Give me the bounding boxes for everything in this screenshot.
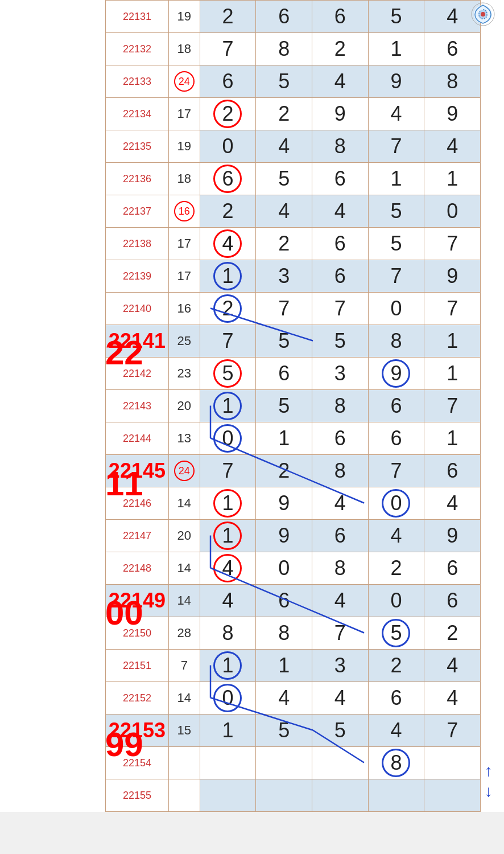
row-sum: 17 xyxy=(168,98,200,130)
table-row: 221491446406 xyxy=(106,585,481,617)
row-id: 22144 xyxy=(106,422,169,455)
row-num-0: 4 xyxy=(200,228,256,260)
table-row: 221371624450 xyxy=(106,195,481,228)
row-num-2: 6 xyxy=(312,228,368,260)
row-num-1: 0 xyxy=(256,552,312,585)
row-num-3: 1 xyxy=(368,33,424,65)
row-num-3: 5 xyxy=(368,617,424,650)
row-num-1: 5 xyxy=(256,715,312,747)
row-num-4: 6 xyxy=(424,33,481,65)
row-num-1: 9 xyxy=(256,487,312,520)
table-row: 221461419404 xyxy=(106,487,481,520)
table-row: 221452472876 xyxy=(106,455,481,487)
row-num-3: 2 xyxy=(368,650,424,682)
row-num-3: 5 xyxy=(368,228,424,260)
row-num-2: 6 xyxy=(312,1,368,33)
row-id: 22153 xyxy=(106,715,169,747)
table-row: 221521404464 xyxy=(106,682,481,715)
row-sum: 15 xyxy=(168,715,200,747)
row-sum: 18 xyxy=(168,163,200,195)
row-id: 22131 xyxy=(106,1,169,33)
row-num-4: 1 xyxy=(424,422,481,455)
logo-icon xyxy=(471,2,495,26)
row-num-0: 6 xyxy=(200,163,256,195)
row-num-0: 1 xyxy=(200,487,256,520)
table-row: 221401627707 xyxy=(106,293,481,325)
row-id: 22141 xyxy=(106,325,169,358)
row-num-4: 7 xyxy=(424,390,481,422)
row-num-0: 2 xyxy=(200,195,256,228)
table-row: 221502888752 xyxy=(106,617,481,650)
bottom-arrows: ↑ ↓ xyxy=(485,762,493,800)
row-num-2: 9 xyxy=(312,98,368,130)
row-num-1: 5 xyxy=(256,65,312,98)
row-sum: 28 xyxy=(168,617,200,650)
row-num-2: 5 xyxy=(312,325,368,358)
row-num-4: 4 xyxy=(424,682,481,715)
row-num-0: 7 xyxy=(200,33,256,65)
table-row: 221422356391 xyxy=(106,358,481,390)
row-num-0: 1 xyxy=(200,260,256,293)
row-num-4 xyxy=(424,747,481,779)
row-id: 22133 xyxy=(106,65,169,98)
row-id: 22145 xyxy=(106,455,169,487)
row-num-0: 5 xyxy=(200,358,256,390)
row-num-2: 8 xyxy=(312,390,368,422)
row-num-2: 8 xyxy=(312,552,368,585)
row-sum: 13 xyxy=(168,422,200,455)
row-num-1: 2 xyxy=(256,98,312,130)
row-id: 22154 xyxy=(106,747,169,779)
row-num-0: 7 xyxy=(200,455,256,487)
table-row: 221361865611 xyxy=(106,163,481,195)
row-num-3: 4 xyxy=(368,520,424,552)
row-num-0: 4 xyxy=(200,552,256,585)
row-sum: 7 xyxy=(168,650,200,682)
row-num-2: 6 xyxy=(312,163,368,195)
row-sum: 20 xyxy=(168,390,200,422)
row-num-1 xyxy=(256,747,312,779)
row-num-2: 3 xyxy=(312,650,368,682)
row-num-1: 5 xyxy=(256,390,312,422)
row-num-4: 9 xyxy=(424,520,481,552)
row-id: 22135 xyxy=(106,130,169,163)
row-sum xyxy=(168,779,200,812)
row-num-1: 8 xyxy=(256,617,312,650)
table-row: 22155 xyxy=(106,779,481,812)
row-id: 22146 xyxy=(106,487,169,520)
row-id: 22134 xyxy=(106,98,169,130)
arrow-down-icon[interactable]: ↓ xyxy=(485,782,493,800)
table-row: 221381742657 xyxy=(106,228,481,260)
row-num-3: 7 xyxy=(368,455,424,487)
row-num-1: 1 xyxy=(256,650,312,682)
table-row: 221351904874 xyxy=(106,130,481,163)
row-num-2: 4 xyxy=(312,195,368,228)
row-sum: 14 xyxy=(168,552,200,585)
row-num-4: 4 xyxy=(424,487,481,520)
row-num-0 xyxy=(200,779,256,812)
row-sum: 14 xyxy=(168,487,200,520)
row-id: 22139 xyxy=(106,260,169,293)
row-num-1: 4 xyxy=(256,130,312,163)
row-sum: 20 xyxy=(168,520,200,552)
row-num-0: 1 xyxy=(200,715,256,747)
row-num-3: 9 xyxy=(368,65,424,98)
row-num-4: 2 xyxy=(424,617,481,650)
row-num-3: 8 xyxy=(368,325,424,358)
row-num-0: 7 xyxy=(200,325,256,358)
row-num-0 xyxy=(200,747,256,779)
arrow-up-icon[interactable]: ↑ xyxy=(485,762,493,780)
row-num-1: 6 xyxy=(256,585,312,617)
row-id: 22143 xyxy=(106,390,169,422)
row-num-0: 1 xyxy=(200,390,256,422)
row-id: 22137 xyxy=(106,195,169,228)
row-sum: 16 xyxy=(168,195,200,228)
row-num-0: 0 xyxy=(200,682,256,715)
row-sum xyxy=(168,747,200,779)
row-num-2: 2 xyxy=(312,33,368,65)
row-id: 22148 xyxy=(106,552,169,585)
row-sum: 24 xyxy=(168,65,200,98)
row-num-4: 8 xyxy=(424,65,481,98)
row-num-1: 6 xyxy=(256,1,312,33)
table-row: 221321878216 xyxy=(106,33,481,65)
row-num-1: 4 xyxy=(256,195,312,228)
